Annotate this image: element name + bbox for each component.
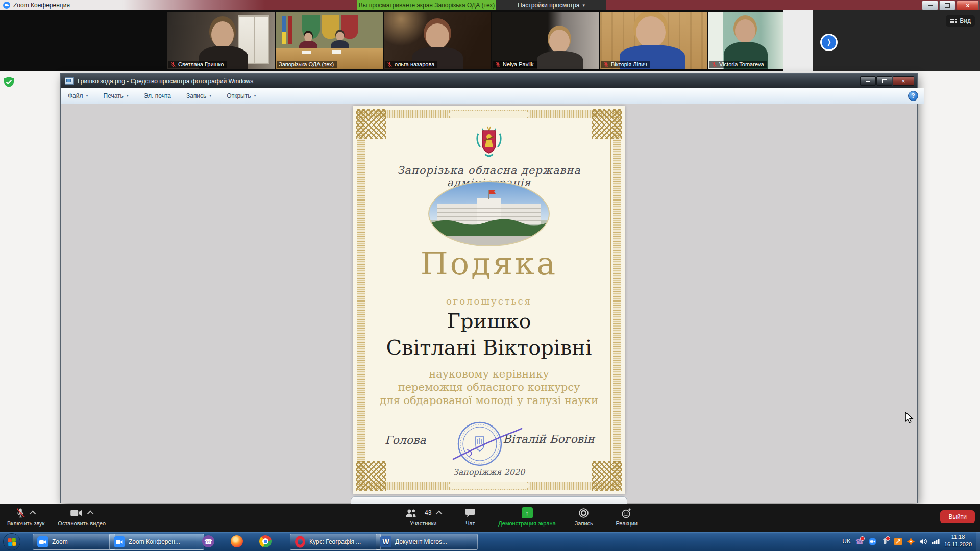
help-button[interactable]: ?	[908, 91, 918, 101]
participant-name-badge: Nelya Pavlik	[493, 61, 537, 68]
chat-icon	[464, 508, 476, 518]
chevron-up-icon[interactable]	[87, 510, 93, 517]
minimize-button[interactable]	[922, 1, 938, 10]
chat-button[interactable]: Чат	[455, 507, 485, 527]
chevron-right-icon: ❭	[826, 38, 832, 46]
participant-tile[interactable]: Victoria Tomareva	[708, 12, 783, 69]
photo-viewer-title: Гришко зода.png - Средство просмотра фот…	[78, 78, 253, 85]
participant-tile[interactable]: ольга назарова	[384, 12, 491, 69]
close-button[interactable]: ×	[893, 76, 914, 86]
view-layout-button[interactable]: Вид	[946, 15, 975, 27]
unmute-button[interactable]: Включить звук	[7, 507, 44, 527]
chevron-down-icon: ▾	[254, 93, 256, 98]
show-desktop-button[interactable]	[976, 532, 980, 551]
participant-tile[interactable]: Вікторія Ліпич	[600, 12, 707, 69]
photo-viewer-app-icon	[65, 77, 74, 85]
participant-name-badge: Светлана Гришко	[168, 61, 227, 68]
menu-open[interactable]: Открыть▾	[227, 92, 256, 99]
zoom-app-icon	[37, 536, 48, 547]
muted-mic-icon	[495, 62, 501, 67]
zoom-tray-icon[interactable]	[868, 537, 876, 545]
minimize-icon	[866, 81, 870, 82]
certificate-image: Запорізька обласна державна адміністраці…	[353, 106, 625, 494]
participant-tile[interactable]: Nelya Pavlik	[492, 12, 599, 69]
participants-icon	[404, 509, 418, 517]
menu-burn[interactable]: Запись▾	[186, 92, 211, 99]
muted-mic-icon	[170, 62, 176, 67]
clock-time: 11:18	[941, 533, 975, 541]
remote-access-tray-icon[interactable]	[881, 537, 889, 545]
signer-title: Голова	[385, 434, 426, 446]
firefox-icon[interactable]	[231, 535, 243, 547]
maximize-button[interactable]	[876, 76, 892, 86]
menu-email[interactable]: Эл. почта	[144, 92, 171, 99]
next-participants-button[interactable]: ❭	[820, 34, 838, 51]
video-strip: ❭ Вид Светлана Гришко	[0, 10, 980, 71]
chevron-down-icon: ▾	[127, 93, 129, 98]
certificate-place-year: Запоріжжя 2020	[353, 467, 625, 477]
zoom-toolbar: Включить звук Остановить видео	[0, 504, 980, 532]
screen: Zoom Конференция Вы просматриваете экран…	[0, 0, 980, 551]
maximize-button[interactable]	[939, 1, 955, 10]
close-button[interactable]: ×	[957, 1, 979, 10]
system-tray: UK ☎	[842, 532, 940, 551]
view-settings-button[interactable]: Настройки просмотра ▾	[496, 0, 606, 10]
minimize-icon	[928, 5, 933, 6]
reactions-button[interactable]: Реакции	[612, 507, 642, 527]
taskbar: Zoom Zoom Конферен... ☎ Курс: Географія …	[0, 532, 980, 551]
participants-button[interactable]: 43 Участники	[404, 507, 442, 527]
minimize-button[interactable]	[860, 76, 876, 86]
antivirus-tray-icon[interactable]	[906, 537, 915, 545]
chevron-down-icon: ▾	[583, 3, 585, 8]
stop-video-button[interactable]: Остановить видео	[58, 507, 106, 527]
chrome-icon[interactable]	[259, 535, 272, 547]
photo-viewer-titlebar[interactable]: Гришко зода.png - Средство просмотра фот…	[61, 74, 917, 88]
leave-meeting-button[interactable]: Выйти	[940, 510, 975, 523]
certificate-title: Подяка	[353, 245, 625, 282]
close-icon: ×	[901, 78, 905, 85]
language-indicator[interactable]: UK	[842, 538, 851, 545]
viber-tray-icon[interactable]: ☎	[855, 537, 864, 545]
zoom-logo-icon	[3, 2, 10, 9]
participant-name-badge: Вікторія Ліпич	[601, 61, 650, 68]
clock-date: 16.11.2020	[941, 541, 975, 548]
share-screen-button[interactable]: ↑ Демонстрация экрана	[498, 507, 555, 527]
zoom-app-icon	[114, 536, 125, 547]
certificate-description: науковому керівнику переможця обласного …	[353, 367, 625, 407]
participant-name-badge: ольга назарова	[385, 61, 437, 68]
menu-file[interactable]: Файл▾	[68, 92, 88, 99]
chevron-up-icon[interactable]	[436, 510, 443, 517]
taskbar-button-zoom[interactable]: Zoom	[33, 534, 115, 550]
menu-print[interactable]: Печать▾	[104, 92, 129, 99]
volume-icon[interactable]	[919, 537, 927, 545]
participant-tile[interactable]: Светлана Гришко	[167, 12, 275, 69]
zoom-window-title: Zoom Конференция	[13, 2, 70, 9]
antivirus-shield-icon	[4, 77, 14, 87]
participants-count: 43	[425, 509, 431, 516]
share-screen-icon: ↑	[522, 507, 533, 518]
start-button[interactable]	[3, 533, 20, 550]
viber-icon[interactable]: ☎	[202, 535, 214, 547]
word-icon: W	[380, 536, 391, 547]
zoom-window-titlebar: Zoom Конференция Вы просматриваете экран…	[0, 0, 980, 10]
participant-name-badge: Запорізька ОДА (тех)	[277, 61, 337, 68]
chevron-up-icon[interactable]	[30, 510, 36, 517]
taskbar-clock[interactable]: 11:18 16.11.2020	[941, 533, 975, 548]
participant-tile[interactable]: Запорізька ОДА (тех)	[276, 12, 383, 69]
restore-icon	[882, 79, 887, 83]
zoom-window-title-area: Zoom Конференция	[3, 0, 70, 10]
viewer-bottom-toolbar[interactable]	[351, 496, 627, 505]
taskbar-button-opera-course[interactable]: Курс: Географія ...	[290, 534, 381, 550]
muted-mic-icon	[603, 62, 609, 67]
certificate-recipient-name: Світлані Вікторівні	[353, 336, 625, 359]
taskbar-button-zoom-conference[interactable]: Zoom Конферен...	[109, 534, 204, 550]
taskbar-button-word-document[interactable]: W Документ Micros...	[376, 534, 478, 550]
network-signal-icon[interactable]	[932, 537, 940, 545]
muted-mic-icon	[712, 62, 717, 67]
certificate-subtitle: оголошується	[353, 296, 625, 307]
strip-gap	[783, 10, 813, 71]
signer-name: Віталій Боговін	[500, 433, 597, 445]
help-icon: ?	[911, 92, 915, 99]
record-button[interactable]: Запись	[569, 507, 599, 527]
orange-app-tray-icon[interactable]	[894, 537, 902, 545]
